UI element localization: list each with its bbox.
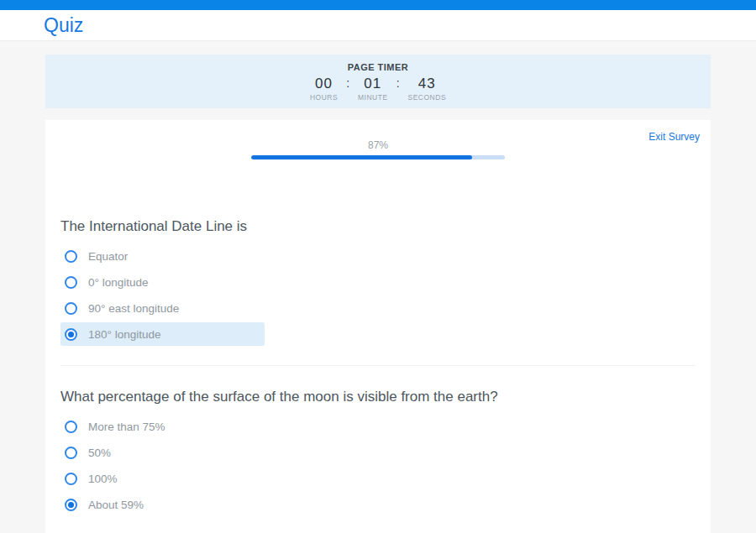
timer-minutes-column: 01 MINUTE (358, 76, 388, 102)
radio-button-icon[interactable] (65, 421, 77, 433)
questions-list: The International Date Line is Equator 0… (45, 218, 711, 533)
progress-bar (251, 155, 505, 159)
radio-button-icon[interactable] (65, 447, 77, 459)
radio-option[interactable]: About 59% (60, 493, 265, 516)
timer-seconds-value: 43 (418, 76, 436, 91)
radio-dot (68, 450, 74, 456)
radio-option[interactable]: More than 75% (60, 415, 265, 438)
timer-seconds-column: 43 SECONDS (408, 76, 447, 102)
radio-dot (68, 280, 74, 285)
options-list: Equator 0° longitude 90° east longitude … (60, 244, 711, 346)
radio-option-label: 180° longitude (88, 328, 160, 341)
timer-minutes-label: MINUTE (358, 93, 388, 102)
radio-option[interactable]: Equator (60, 244, 265, 268)
radio-option[interactable]: 100% (60, 467, 265, 490)
radio-option-label: 50% (88, 447, 111, 459)
radio-option[interactable]: 90° east longitude (60, 296, 265, 320)
timer-display: 00 HOURS : 01 MINUTE : 43 SECONDS (310, 76, 446, 102)
timer-heading: PAGE TIMER (348, 62, 409, 72)
radio-dot (68, 476, 74, 482)
radio-option-label: About 59% (88, 499, 144, 511)
radio-option-label: 100% (88, 473, 118, 485)
radio-option[interactable]: 0° longitude (60, 270, 265, 294)
radio-dot (68, 253, 74, 259)
radio-dot (68, 332, 74, 337)
options-list: More than 75% 50% 100% About 59% (60, 415, 711, 516)
radio-option[interactable]: 50% (60, 441, 265, 464)
top-accent-bar (0, 0, 756, 10)
timer-minutes-value: 01 (364, 76, 381, 91)
radio-button-icon[interactable] (65, 250, 77, 263)
radio-option[interactable]: 180° longitude (60, 322, 265, 346)
question-block: What percentage of the surface of the mo… (45, 389, 711, 533)
timer-colon: : (396, 76, 400, 91)
question-divider (60, 365, 696, 366)
progress-section: 87% (251, 120, 505, 159)
radio-button-icon[interactable] (65, 302, 77, 315)
radio-button-icon[interactable] (65, 328, 77, 341)
timer-hours-column: 00 HOURS (310, 76, 338, 102)
page-timer-panel: PAGE TIMER 00 HOURS : 01 MINUTE : 43 SEC… (45, 55, 711, 108)
timer-colon: : (346, 76, 349, 91)
app-header: Quiz (0, 10, 756, 41)
page-title: Quiz (44, 14, 83, 37)
radio-button-icon[interactable] (65, 473, 77, 485)
radio-option-label: Equator (88, 250, 128, 263)
survey-card: Exit Survey 87% The International Date L… (45, 120, 711, 533)
radio-button-icon[interactable] (65, 499, 77, 511)
progress-bar-fill (251, 155, 472, 159)
radio-option-label: 0° longitude (88, 276, 148, 289)
exit-survey-link[interactable]: Exit Survey (648, 131, 700, 143)
timer-hours-label: HOURS (310, 93, 338, 102)
question-block: The International Date Line is Equator 0… (45, 218, 711, 366)
progress-percent-label: 87% (251, 139, 505, 151)
question-text: What percentage of the surface of the mo… (60, 389, 711, 405)
timer-seconds-label: SECONDS (408, 93, 447, 102)
radio-option-label: More than 75% (88, 421, 165, 433)
radio-option-label: 90° east longitude (88, 302, 179, 315)
radio-dot (68, 306, 74, 311)
radio-dot (68, 424, 74, 430)
radio-dot (68, 502, 74, 508)
question-text: The International Date Line is (60, 218, 711, 235)
timer-hours-value: 00 (315, 76, 333, 91)
radio-button-icon[interactable] (65, 276, 77, 289)
